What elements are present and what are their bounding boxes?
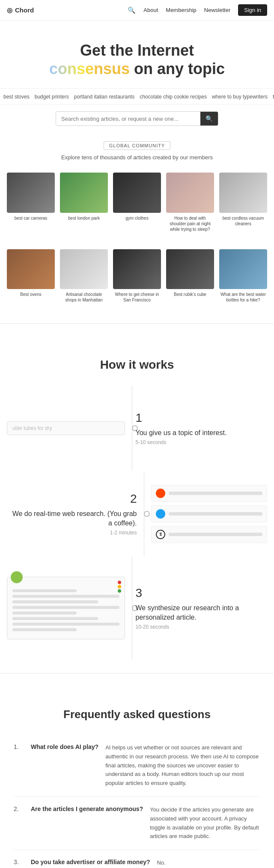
hero-heading: Get the Internet consensus on any topic (14, 41, 260, 78)
faq-section: Frequently asked questions 1. What role … (0, 687, 274, 868)
twitter-icon (156, 509, 165, 519)
article-img-9 (219, 249, 267, 289)
nav-membership[interactable]: Membership (166, 7, 197, 13)
article-label-8: Best rubik's cube (166, 292, 214, 297)
logo[interactable]: ◎ Chord (7, 6, 34, 14)
article-grid-row1: best car cameras best london park gym cl… (0, 166, 274, 239)
nav-newsletter[interactable]: Newsletter (204, 7, 230, 13)
reddit-icon (156, 489, 165, 498)
article-img-8 (166, 249, 214, 289)
hiw-step2-row: 2 We do real-time web research. (You gra… (0, 471, 274, 557)
mock-line-8 (12, 628, 77, 631)
community-section: GLOBAL COMMUNITY Explore tens of thousan… (0, 133, 274, 166)
logo-icon: ◎ (7, 6, 12, 14)
faq-num-2: 3. (14, 859, 24, 868)
article-img-5 (7, 249, 55, 289)
article-card-2[interactable]: gym clothes (113, 173, 161, 232)
article-mock-avatar (11, 571, 23, 583)
mock-line-3 (12, 600, 98, 603)
step3-time: 10-20 seconds (136, 624, 268, 630)
nyt-icon: 𝕿 (156, 530, 165, 539)
tag-4[interactable]: where to buy typewriters (212, 94, 268, 100)
step1-search-text: uble tubes for dry (12, 425, 52, 431)
article-card-0[interactable]: best car cameras (7, 173, 55, 232)
step1-num: 1 (136, 411, 268, 425)
hiw-step3-right: 3 We synthesize our research into a pers… (132, 576, 274, 641)
tag-list: best stoves budget printers portland ita… (0, 94, 274, 100)
step2-mockup-sources: 𝕿 (151, 485, 268, 543)
community-badge: GLOBAL COMMUNITY (104, 141, 171, 150)
step2-text: We do real-time web research. (You grab … (7, 509, 137, 528)
article-card-6[interactable]: Artisanal chocolate shops in Manhattan (60, 249, 108, 303)
nav-links: About Membership Newsletter (143, 7, 230, 13)
badge-red (118, 581, 121, 584)
source-line-1 (169, 492, 263, 495)
article-mock-badge (118, 581, 121, 593)
article-label-4: best cordless vacuum cleaners (219, 215, 267, 227)
search-input[interactable] (56, 112, 200, 125)
hero-section: Get the Internet consensus on any topic (0, 21, 274, 88)
article-card-1[interactable]: best london park (60, 173, 108, 232)
community-subtitle: Explore tens of thousands of articles cr… (7, 154, 267, 161)
faq-answer-2: No. (157, 859, 166, 868)
faq-item-1: 2. Are the articles I generate anonymous… (14, 797, 260, 850)
faq-question-1: Are the articles I generate anonymous? (31, 805, 143, 841)
how-it-works-section: How it works uble tubes for dry 1 You gi… (0, 337, 274, 659)
faq-item-2: 3. Do you take advertiser or affiliate m… (14, 850, 260, 868)
tag-0[interactable]: best stoves (3, 94, 30, 100)
hiw-step3-left (0, 570, 132, 646)
step1-time: 5-10 seconds (136, 439, 268, 445)
search-section: 🔍 (0, 104, 274, 133)
article-card-8[interactable]: Best rubik's cube (166, 249, 214, 303)
signin-button[interactable]: Sign in (238, 4, 267, 16)
hero-consensus: consensus (49, 60, 130, 78)
article-img-6 (60, 249, 108, 289)
step3-num: 3 (136, 586, 268, 600)
step1-text: You give us a topic of interest. (136, 428, 268, 438)
search-icon[interactable]: 🔍 (128, 6, 136, 14)
source-nyt: 𝕿 (151, 526, 268, 543)
faq-question-2: Do you take advertiser or affiliate mone… (31, 859, 150, 868)
article-card-7[interactable]: Where to get cheese in San Francisco (113, 249, 161, 303)
hiw-step1-row: uble tubes for dry 1 You give us a topic… (0, 385, 274, 471)
hiw-step2-right: 𝕿 (144, 478, 274, 550)
nav-about[interactable]: About (143, 7, 158, 13)
step3-mockup-article (7, 577, 125, 639)
navbar: ◎ Chord 🔍 About Membership Newsletter Si… (0, 0, 274, 21)
article-label-9: What are the best water bottles for a hi… (219, 292, 267, 303)
hiw-step3-row: 3 We synthesize our research into a pers… (0, 557, 274, 659)
section-divider-2 (0, 673, 274, 674)
article-img-0 (7, 173, 55, 212)
article-card-5[interactable]: Best ovens (7, 249, 55, 303)
mock-line-7 (12, 623, 119, 626)
mock-line-4 (12, 606, 119, 609)
article-img-3 (166, 173, 214, 212)
article-mock-lines (12, 589, 119, 631)
article-label-3: How to deal with shoulder pain at night … (166, 215, 214, 232)
mock-line-6 (12, 617, 98, 620)
tag-3[interactable]: chocolate chip cookie recipes (140, 94, 207, 100)
article-img-4 (219, 173, 267, 212)
article-card-9[interactable]: What are the best water bottles for a hi… (219, 249, 267, 303)
tag-2[interactable]: portland italian restaurants (74, 94, 134, 100)
source-twitter (151, 505, 268, 522)
step2-num: 2 (7, 492, 137, 506)
article-card-4[interactable]: best cordless vacuum cleaners (219, 173, 267, 232)
article-label-5: Best ovens (7, 292, 55, 297)
badge-green (118, 589, 121, 593)
hero-rest: on any topic (130, 60, 225, 78)
hiw-step2-left: 2 We do real-time web research. (You gra… (0, 482, 144, 546)
article-img-2 (113, 173, 161, 212)
tag-1[interactable]: budget printers (35, 94, 69, 100)
hiw-step1-left: uble tubes for dry (0, 411, 132, 445)
source-line-2 (169, 512, 263, 516)
step1-mockup-search: uble tubes for dry (7, 421, 125, 435)
search-button[interactable]: 🔍 (200, 112, 218, 125)
faq-num-1: 2. (14, 805, 24, 841)
article-card-3[interactable]: How to deal with shoulder pain at night … (166, 173, 214, 232)
mock-line-2 (12, 595, 119, 598)
mock-line-1 (12, 589, 77, 592)
article-label-7: Where to get cheese in San Francisco (113, 292, 161, 303)
faq-answer-0: AI helps us vet whether or not sources a… (105, 743, 260, 788)
article-grid-row2: Best ovens Artisanal chocolate shops in … (0, 242, 274, 310)
